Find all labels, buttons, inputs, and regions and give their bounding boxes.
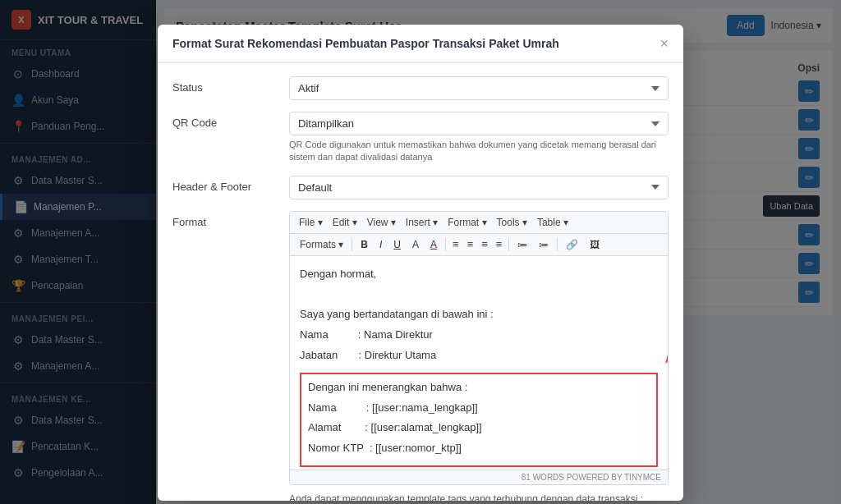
table-menu[interactable]: Table ▾ [533, 215, 572, 230]
format-menu[interactable]: Format ▾ [443, 215, 490, 230]
modal-body: Status Aktif Non Aktif QR Code Ditampilk… [158, 63, 683, 501]
formats-dropdown[interactable]: Formats ▾ [295, 237, 348, 252]
headerfooter-label: Header & Footer [172, 176, 279, 193]
modal: Format Surat Rekomendasi Pembuatan Paspo… [158, 25, 683, 501]
content-line: Saya yang bertandatangan di bawah ini : [300, 306, 658, 323]
highlighted-box: Dengan ini menerangkan bahwa : Nama : [[… [300, 373, 658, 467]
editor-wrap-outer: File ▾ Edit ▾ View ▾ Insert ▾ Format ▾ T… [289, 211, 669, 501]
headerfooter-select[interactable]: Default Custom [289, 176, 669, 199]
content-line: Dengan hormat, [300, 266, 658, 283]
status-control: Aktif Non Aktif [289, 76, 669, 100]
editor-toolbar-row1: File ▾ Edit ▾ View ▾ Insert ▾ Format ▾ T… [290, 212, 668, 234]
content-line: Nama : Nama Direktur [300, 327, 658, 344]
template-hint: Anda dapat menggunakan template tags yan… [289, 493, 669, 501]
tools-menu[interactable]: Tools ▾ [493, 215, 531, 230]
underline-button[interactable]: U [388, 236, 406, 253]
link-button[interactable]: 🔗 [561, 236, 583, 253]
editor-footer: 81 WORDS POWERED BY TINYMCE [290, 470, 668, 484]
headerfooter-control: Default Custom [289, 176, 669, 199]
qrcode-control: Ditampilkan Disembunyikan QR Code diguna… [289, 112, 669, 164]
modal-overlay: Format Surat Rekomendasi Pembuatan Paspo… [0, 0, 841, 504]
qrcode-hint: QR Code digunakan untuk memastikan bahwa… [289, 139, 669, 164]
qrcode-select[interactable]: Ditampilkan Disembunyikan [289, 112, 669, 135]
toolbar-separator [352, 238, 352, 251]
bold-button[interactable]: B [356, 236, 373, 253]
toolbar-separator4 [557, 238, 558, 251]
format-label: Format [172, 211, 279, 228]
content-line: Jabatan : Direktur Utama [300, 347, 658, 364]
font-bgcolor-button[interactable]: A [425, 236, 442, 253]
editor: File ▾ Edit ▾ View ▾ Insert ▾ Format ▾ T… [289, 211, 669, 485]
template-hint-text: Anda dapat menggunakan template tags yan… [289, 493, 643, 501]
editor-toolbar-row2: Formats ▾ B I U A A ≡ ≡ ≡ ≡ [290, 234, 668, 256]
content-line: Nama : [[user:nama_lengkap]] [308, 400, 650, 417]
italic-button[interactable]: I [375, 236, 387, 253]
modal-close-button[interactable]: × [659, 36, 669, 51]
status-select[interactable]: Aktif Non Aktif [289, 76, 669, 100]
insert-menu[interactable]: Insert ▾ [402, 215, 442, 230]
editor-content-wrapper: Dengan hormat, Saya yang bertandatangan … [290, 256, 668, 484]
edit-menu[interactable]: Edit ▾ [329, 215, 361, 230]
file-menu[interactable]: File ▾ [295, 215, 327, 230]
content-line [300, 286, 658, 304]
modal-title: Format Surat Rekomendasi Pembuatan Paspo… [172, 37, 559, 50]
align-justify-button[interactable]: ≡ [493, 236, 506, 252]
qrcode-label: QR Code [172, 112, 279, 129]
font-color-button[interactable]: A [407, 236, 424, 253]
editor-content[interactable]: Dengan hormat, Saya yang bertandatangan … [290, 256, 668, 470]
align-left-button[interactable]: ≡ [449, 236, 462, 252]
status-label: Status [172, 76, 279, 94]
align-center-button[interactable]: ≡ [464, 236, 477, 252]
ul-list-button[interactable]: ≔ [512, 236, 532, 253]
toolbar-separator2 [445, 238, 446, 251]
image-button[interactable]: 🖼 [585, 236, 604, 253]
modal-header: Format Surat Rekomendasi Pembuatan Paspo… [158, 25, 683, 63]
content-line: Nomor KTP : [[user:nomor_ktp]] [308, 440, 650, 457]
highlighted-section: Dengan ini menerangkan bahwa : Nama : [[… [300, 368, 658, 470]
format-row: Format File ▾ Edit ▾ View ▾ Insert ▾ For… [172, 211, 669, 501]
view-menu[interactable]: View ▾ [363, 215, 400, 230]
ol-list-button[interactable]: ≔ [534, 236, 554, 253]
content-line: Alamat : [[user:alamat_lengkap]] [308, 419, 650, 437]
content-line: Dengan ini menerangkan bahwa : [308, 379, 650, 396]
qrcode-row: QR Code Ditampilkan Disembunyikan QR Cod… [172, 112, 669, 164]
toolbar-separator3 [508, 238, 509, 251]
align-right-button[interactable]: ≡ [478, 236, 491, 252]
headerfooter-row: Header & Footer Default Custom [172, 176, 669, 199]
status-row: Status Aktif Non Aktif [172, 76, 669, 100]
